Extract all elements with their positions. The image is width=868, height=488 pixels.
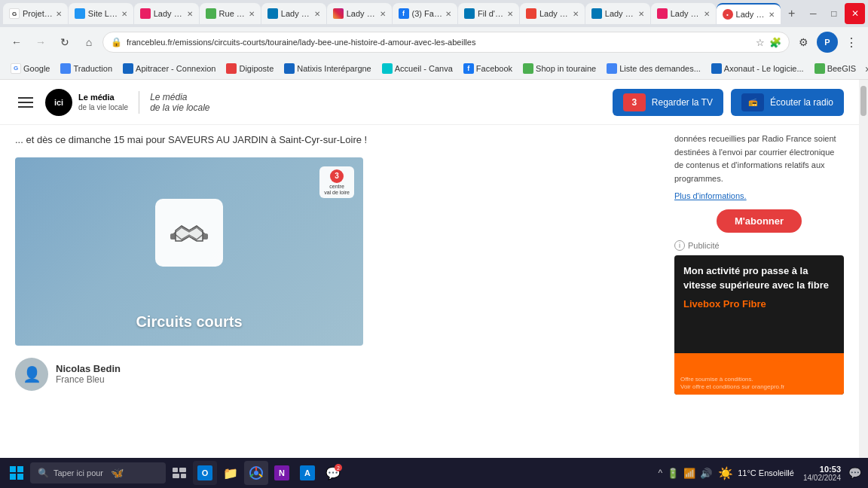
- reload-button[interactable]: ↻: [54, 32, 75, 53]
- extensions-icon[interactable]: 🧩: [769, 37, 781, 48]
- chrome-icon: [249, 466, 263, 480]
- tab-bar: G Projets... ✕ Site La... ✕ Lady B... ✕ …: [0, 0, 868, 27]
- tab-3[interactable]: Lady B... ✕: [134, 3, 199, 24]
- tab-3-close[interactable]: ✕: [187, 10, 193, 18]
- menu-button[interactable]: ⋮: [841, 32, 862, 53]
- ad-conditions: Offre soumise à conditions.: [680, 376, 753, 383]
- extensions-button[interactable]: ⚙: [793, 32, 814, 53]
- minimize-button[interactable]: ─: [803, 3, 824, 24]
- hamburger-menu[interactable]: [15, 94, 36, 111]
- task-view-icon: [173, 468, 186, 478]
- svg-rect-1: [17, 466, 23, 472]
- tab-10-close[interactable]: ✕: [638, 10, 644, 18]
- sun-icon: ☀️: [718, 466, 733, 480]
- forward-button[interactable]: →: [30, 32, 51, 53]
- svg-point-9: [254, 471, 258, 475]
- weather-text: 11°C Ensoleillé: [738, 468, 794, 477]
- tab-2-close[interactable]: ✕: [121, 10, 127, 18]
- tab-12-active[interactable]: • Lady B... ✕: [717, 3, 781, 24]
- battery-icon[interactable]: 📶: [683, 468, 695, 479]
- sound-icon[interactable]: 🔊: [700, 468, 712, 479]
- tv-button[interactable]: 3 Regarder la TV: [613, 89, 723, 116]
- site-header: ici Le média de la vie locale Le média d…: [0, 80, 859, 125]
- taskbar-explorer[interactable]: 📁: [219, 461, 243, 485]
- star-icon[interactable]: ☆: [756, 37, 765, 48]
- bookmarks-more[interactable]: »: [862, 63, 868, 75]
- tab-8-close[interactable]: ✕: [507, 10, 513, 18]
- scrollbar[interactable]: [859, 80, 868, 458]
- bookmark-google[interactable]: G Google: [6, 61, 54, 76]
- bookmark-beegis[interactable]: BeeGIS: [810, 61, 861, 76]
- clock[interactable]: 10:53 14/02/2024: [800, 465, 844, 482]
- author-section: 👤 Nicolas Bedin France Bleu: [15, 358, 659, 391]
- tab-11[interactable]: Lady B... ✕: [651, 3, 716, 24]
- taskbar-search[interactable]: 🔍 Taper ici pour 🦋: [30, 462, 166, 483]
- tab-9-close[interactable]: ✕: [573, 10, 579, 18]
- tab-6-close[interactable]: ✕: [380, 10, 386, 18]
- tab-2[interactable]: Site La... ✕: [69, 3, 133, 24]
- bookmark-apitracer[interactable]: Apitracer - Connexion: [118, 61, 220, 76]
- article-main: ... et dès ce dimanche 15 mai pour SAVEU…: [15, 133, 659, 450]
- tab-7-close[interactable]: ✕: [445, 10, 451, 18]
- tab-11-close[interactable]: ✕: [704, 10, 710, 18]
- taskbar-app1[interactable]: A: [295, 461, 319, 485]
- back-button[interactable]: ←: [6, 32, 27, 53]
- bookmark-natixis[interactable]: Natixis Interépargne: [280, 61, 375, 76]
- tab-4-close[interactable]: ✕: [249, 10, 255, 18]
- task-view-button[interactable]: [167, 461, 191, 485]
- site-tagline: Le média de la vie locale: [150, 92, 209, 113]
- tab-4[interactable]: Rue d... ✕: [200, 3, 261, 24]
- tab-1[interactable]: G Projets... ✕: [3, 3, 68, 24]
- network-icon[interactable]: 🔋: [667, 468, 679, 479]
- author-avatar: 👤: [15, 358, 48, 391]
- more-info-link[interactable]: Plus d'informations.: [674, 191, 747, 200]
- taskbar-chrome[interactable]: [244, 461, 268, 485]
- svg-rect-5: [179, 468, 186, 472]
- handshake-card: [155, 199, 223, 267]
- tab-10[interactable]: Lady B... ✕: [585, 3, 650, 24]
- tab-1-close[interactable]: ✕: [56, 10, 62, 18]
- tab-8[interactable]: Fil d'a... ✕: [458, 3, 519, 24]
- close-window-button[interactable]: ✕: [845, 3, 865, 24]
- publicity-section: i Publicité Mon activité pro passe à la …: [674, 240, 844, 395]
- bookmark-digiposte[interactable]: Digiposte: [222, 61, 278, 76]
- page-content: ici Le média de la vie locale Le média d…: [0, 80, 868, 458]
- windows-icon: [10, 466, 23, 480]
- bookmark-traduction[interactable]: Traduction: [56, 61, 117, 76]
- taskbar-whatsapp[interactable]: 💬 2: [321, 461, 345, 485]
- tab-5-close[interactable]: ✕: [314, 10, 320, 18]
- address-bar[interactable]: 🔒 francebleu.fr/emissions/circuits-court…: [102, 32, 790, 53]
- bookmark-liste[interactable]: Liste des demandes...: [602, 61, 705, 76]
- system-tray: ^ 🔋 📶 🔊: [659, 468, 713, 479]
- ad-box[interactable]: Mon activité pro passe à la vitesse supé…: [674, 255, 844, 395]
- home-button[interactable]: ⌂: [78, 32, 99, 53]
- bookmark-facebook[interactable]: f Facebook: [459, 61, 517, 76]
- subscribe-button[interactable]: M'abonner: [717, 209, 802, 233]
- tab-5[interactable]: Lady B... ✕: [261, 3, 326, 24]
- tab-7[interactable]: f (3) Fac... ✕: [393, 3, 457, 24]
- profile-button[interactable]: P: [817, 32, 838, 53]
- ad-wave: [674, 353, 844, 375]
- tray-chevron[interactable]: ^: [659, 468, 663, 478]
- search-icon: 🔍: [38, 468, 49, 478]
- svg-rect-0: [10, 466, 16, 472]
- site-logo[interactable]: ici Le média de la vie locale: [45, 89, 128, 116]
- new-tab-button[interactable]: +: [781, 3, 802, 24]
- publicity-label: i Publicité: [674, 240, 844, 251]
- tab-6[interactable]: Lady B... ✕: [327, 3, 392, 24]
- maximize-button[interactable]: □: [824, 3, 845, 24]
- article-sidebar: données recueillies par Radio France soi…: [674, 133, 844, 450]
- tab-9[interactable]: Lady E... ✕: [520, 3, 585, 24]
- scrollbar-thumb[interactable]: [860, 86, 866, 116]
- author-name[interactable]: Nicolas Bedin: [56, 363, 121, 374]
- bookmark-shop[interactable]: Shop in touraine: [518, 61, 601, 76]
- radio-button[interactable]: 📻 Écouter la radio: [731, 89, 844, 116]
- bookmark-axonaut[interactable]: Axonaut - Le logicie...: [707, 61, 808, 76]
- taskbar-onenote[interactable]: N: [270, 461, 294, 485]
- notifications-button[interactable]: 💬: [845, 461, 863, 485]
- taskbar-outlook[interactable]: O: [193, 461, 217, 485]
- tab-12-close[interactable]: ✕: [769, 11, 775, 19]
- weather-section[interactable]: ☀️ 11°C Ensoleillé: [714, 466, 799, 480]
- bookmark-canva[interactable]: Accueil - Canva: [377, 61, 457, 76]
- start-button[interactable]: [5, 461, 29, 485]
